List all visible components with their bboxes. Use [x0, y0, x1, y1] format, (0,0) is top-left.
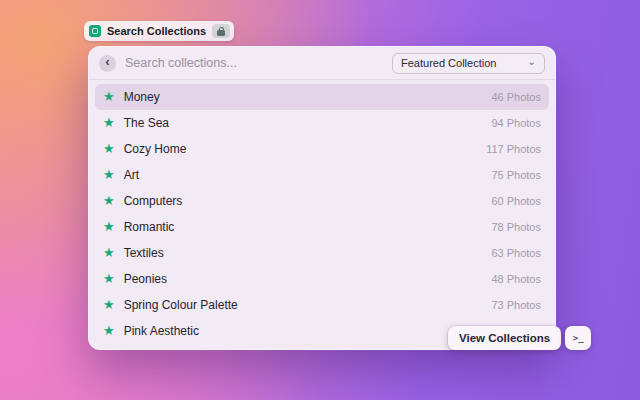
list-item[interactable]: ★ Textiles 63 Photos	[95, 240, 549, 266]
star-icon: ★	[103, 246, 115, 259]
star-icon: ★	[103, 220, 115, 233]
collection-name: Pink Aesthetic	[124, 324, 477, 338]
collection-name: Peonies	[124, 272, 483, 286]
list-item[interactable]: ★ Peonies 48 Photos	[95, 266, 549, 292]
search-input[interactable]	[125, 56, 383, 70]
collections-list: ★ Money 46 Photos ★ The Sea 94 Photos ★ …	[89, 81, 555, 349]
collection-name: Cozy Home	[124, 142, 478, 156]
list-item[interactable]: ★ The Sea 94 Photos	[95, 110, 549, 136]
list-item[interactable]: ★ Money 46 Photos	[95, 84, 549, 110]
star-icon: ★	[103, 194, 115, 207]
back-button[interactable]: ‹	[99, 55, 116, 72]
photo-count: 94 Photos	[491, 117, 541, 129]
search-collections-window: ‹ Featured Collection ⌄ ★ Money 46 Photo…	[88, 46, 556, 350]
star-icon: ★	[103, 116, 115, 129]
dropdown-selected-value: Featured Collection	[401, 57, 496, 69]
list-item[interactable]: ★ Romantic 78 Photos	[95, 214, 549, 240]
terminal-key-badge[interactable]: >_	[565, 326, 591, 350]
star-icon: ★	[103, 272, 115, 285]
window-header: ‹ Featured Collection ⌄	[89, 47, 555, 79]
photo-count: 75 Photos	[491, 169, 541, 181]
photo-count: 73 Photos	[491, 299, 541, 311]
extension-badge[interactable]: Search Collections	[84, 21, 234, 41]
unsplash-app-icon	[89, 25, 101, 37]
collection-name: The Sea	[124, 116, 483, 130]
collection-name: Romantic	[124, 220, 483, 234]
chevron-down-icon: ⌄	[528, 57, 536, 67]
collection-type-dropdown[interactable]: Featured Collection ⌄	[392, 53, 545, 74]
star-icon: ★	[103, 298, 115, 311]
view-collections-action: View Collections >_	[448, 326, 591, 350]
list-item[interactable]: ★ Cozy Home 117 Photos	[95, 136, 549, 162]
collection-name: Art	[124, 168, 483, 182]
photo-count: 60 Photos	[491, 195, 541, 207]
star-icon: ★	[103, 90, 115, 103]
lock-badge	[212, 24, 230, 38]
lock-icon	[217, 27, 225, 36]
photo-count: 117 Photos	[486, 143, 541, 155]
star-icon: ★	[103, 168, 115, 181]
extension-title: Search Collections	[107, 25, 206, 37]
list-item[interactable]: ★ Computers 60 Photos	[95, 188, 549, 214]
collection-name: Computers	[124, 194, 483, 208]
view-collections-button[interactable]: View Collections	[448, 326, 561, 350]
desktop-background: Search Collections ‹ Featured Collection…	[0, 0, 640, 400]
photo-count: 46 Photos	[491, 91, 541, 103]
star-icon: ★	[103, 142, 115, 155]
collection-name: Spring Colour Palette	[124, 298, 483, 312]
header-divider	[89, 79, 555, 80]
photo-count: 48 Photos	[491, 273, 541, 285]
photo-count: 63 Photos	[491, 247, 541, 259]
list-item[interactable]: ★ Art 75 Photos	[95, 162, 549, 188]
star-icon: ★	[103, 324, 115, 337]
collection-name: Money	[124, 90, 483, 104]
photo-count: 78 Photos	[491, 221, 541, 233]
list-item[interactable]: ★ Spring Colour Palette 73 Photos	[95, 292, 549, 318]
collection-name: Textiles	[124, 246, 483, 260]
